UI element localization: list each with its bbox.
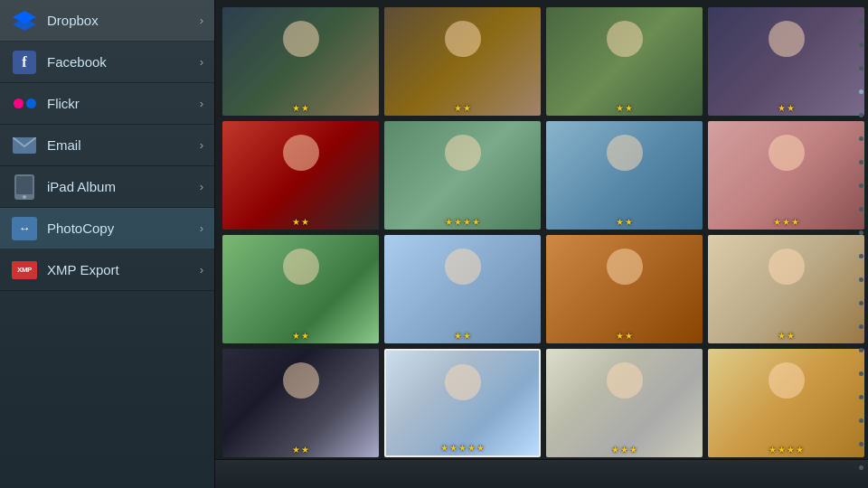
photo-face-3 — [607, 21, 643, 57]
photo-face-5 — [283, 135, 319, 171]
sidebar-chevron-dropbox: › — [200, 14, 203, 27]
sidebar-item-email[interactable]: Email› — [0, 125, 214, 166]
sidebar-label-xmp-export: XMP Export — [47, 262, 119, 277]
sidebar-item-flickr[interactable]: Flickr› — [0, 83, 214, 125]
photo-cell-4[interactable]: ★★ — [708, 7, 864, 116]
photo-cell-5[interactable]: ★★ — [222, 121, 379, 230]
photo-image-8 — [708, 121, 864, 230]
photo-image-13 — [222, 349, 379, 457]
photo-cell-9[interactable]: ★★ — [222, 235, 379, 343]
sidebar-item-facebook[interactable]: fFacebook› — [0, 42, 214, 83]
photo-cell-3[interactable]: ★★ — [546, 7, 703, 116]
photo-stars-14: ★★★★★ — [440, 443, 486, 453]
scroll-dot-5 — [859, 136, 863, 141]
photo-inner-3: ★★ — [546, 7, 703, 116]
photo-cell-1[interactable]: ★★ — [222, 7, 379, 116]
photo-stars-11: ★★ — [616, 331, 634, 341]
photo-inner-10: ★★ — [384, 235, 541, 343]
photo-stars-3: ★★ — [616, 103, 634, 113]
photo-inner-7: ★★ — [546, 121, 703, 230]
scroll-dot-7 — [859, 183, 863, 188]
scroll-dot-8 — [859, 207, 863, 211]
photo-face-14 — [445, 364, 481, 400]
photo-stars-13: ★★ — [292, 445, 310, 455]
sidebar-item-ipad-album[interactable]: iPad Album› — [0, 166, 214, 208]
sidebar-item-xmp-export[interactable]: XMPXMP Export› — [0, 249, 214, 291]
photo-image-12 — [708, 235, 864, 343]
scroll-dot-3 — [859, 89, 863, 94]
photo-stars-6: ★★★★ — [445, 217, 481, 227]
sidebar-label-email: Email — [47, 137, 81, 153]
photo-face-16 — [769, 362, 805, 399]
email-icon — [11, 132, 38, 159]
photo-stars-1: ★★ — [292, 103, 310, 113]
photocopy-icon: ↔ — [11, 215, 38, 242]
sidebar-item-dropbox[interactable]: Dropbox› — [0, 0, 214, 42]
photo-cell-10[interactable]: ★★ — [384, 235, 541, 343]
photo-image-5 — [222, 121, 379, 230]
photo-stars-16: ★★★★ — [769, 445, 805, 455]
photo-stars-10: ★★ — [454, 331, 472, 341]
photo-inner-5: ★★ — [222, 121, 379, 230]
photo-grid[interactable]: ★★★★★★★★★★★★★★★★★★★★★★★★★★★★★★★★★★★★★★★★… — [215, 0, 868, 459]
photo-stars-9: ★★ — [292, 331, 310, 341]
scroll-dot-17 — [859, 418, 863, 423]
photo-cell-13[interactable]: ★★ — [222, 349, 379, 457]
photo-cell-16[interactable]: ★★★★ — [708, 349, 864, 457]
sidebar-chevron-email: › — [200, 138, 203, 152]
svg-point-5 — [23, 195, 26, 199]
sidebar-item-photocopy[interactable]: ↔ PhotoCopy› — [0, 208, 214, 249]
main-content: ★★★★★★★★★★★★★★★★★★★★★★★★★★★★★★★★★★★★★★★★… — [215, 0, 868, 488]
sidebar-chevron-facebook: › — [200, 55, 203, 69]
photo-inner-13: ★★ — [222, 349, 379, 457]
photo-cell-14[interactable]: ★★★★★ — [384, 349, 541, 457]
scroll-dot-18 — [859, 442, 863, 446]
photo-image-6 — [384, 121, 541, 230]
photo-inner-14: ★★★★★ — [386, 351, 539, 455]
svg-rect-4 — [16, 176, 33, 194]
photo-image-2 — [384, 7, 541, 116]
sidebar-label-dropbox: Dropbox — [47, 13, 99, 28]
photo-cell-2[interactable]: ★★ — [384, 7, 541, 116]
scroll-dot-9 — [859, 230, 863, 235]
sidebar-chevron-flickr: › — [200, 97, 203, 110]
ipad-icon — [11, 174, 38, 201]
photo-inner-12: ★★ — [708, 235, 864, 343]
photo-cell-7[interactable]: ★★ — [546, 121, 703, 230]
scroll-dot-15 — [859, 371, 863, 376]
photo-stars-15: ★★★ — [611, 445, 638, 455]
photo-cell-12[interactable]: ★★ — [708, 235, 864, 343]
photo-face-8 — [769, 135, 805, 171]
sidebar-label-photocopy: PhotoCopy — [47, 221, 114, 236]
photo-cell-11[interactable]: ★★ — [546, 235, 703, 343]
sidebar: Dropbox›fFacebook› Flickr› Email› iPad A… — [0, 0, 215, 488]
sidebar-chevron-ipad-album: › — [200, 180, 203, 193]
scroll-dot-4 — [859, 113, 863, 117]
photo-cell-8[interactable]: ★★★ — [708, 121, 864, 230]
flickr-logo — [14, 99, 36, 108]
photo-face-12 — [769, 249, 805, 285]
photo-stars-4: ★★ — [778, 103, 796, 113]
photo-face-6 — [445, 135, 481, 171]
scroll-dot-19 — [859, 465, 863, 470]
photo-image-4 — [708, 7, 864, 116]
photo-face-15 — [607, 362, 643, 399]
photo-stars-8: ★★★ — [773, 217, 800, 227]
xmp-logo: XMP — [12, 261, 37, 279]
photo-cell-15[interactable]: ★★★ — [546, 349, 703, 457]
photo-image-11 — [546, 235, 703, 343]
photo-face-4 — [769, 21, 805, 57]
scroll-dot-2 — [859, 66, 863, 70]
photo-face-9 — [283, 249, 319, 285]
scroll-dot-14 — [859, 348, 863, 352]
svg-text:↔: ↔ — [19, 221, 31, 235]
photo-image-9 — [222, 235, 379, 343]
photo-face-10 — [445, 249, 481, 285]
bottom-bar — [215, 459, 868, 488]
photo-stars-5: ★★ — [292, 217, 310, 227]
photo-cell-6[interactable]: ★★★★ — [384, 121, 541, 230]
photo-inner-16: ★★★★ — [708, 349, 864, 457]
photo-stars-7: ★★ — [616, 217, 634, 227]
photo-inner-11: ★★ — [546, 235, 703, 343]
dropbox-icon — [11, 7, 38, 34]
